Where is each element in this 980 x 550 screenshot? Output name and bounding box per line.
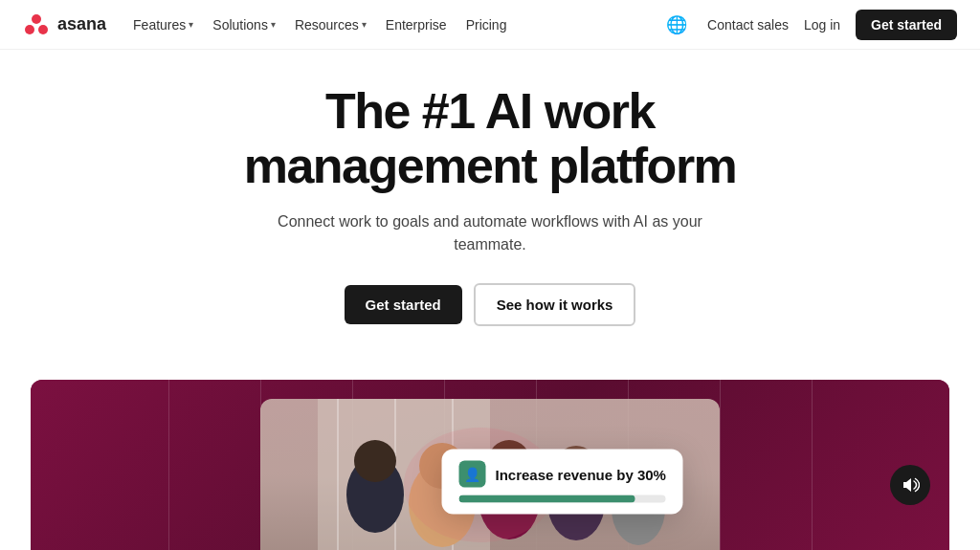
card-title: Increase revenue by 30% [496, 466, 666, 482]
hero-buttons: Get started See how it works [345, 283, 636, 326]
svg-rect-5 [337, 399, 339, 550]
get-started-nav-button[interactable]: Get started [856, 10, 957, 40]
card-progress-bar [459, 495, 666, 503]
sound-toggle-button[interactable] [890, 465, 930, 505]
nav-left: asana Features ▾ Solutions ▾ Resources ▾… [23, 11, 506, 38]
asana-logo-icon [23, 11, 50, 38]
card-progress-fill [459, 495, 635, 503]
chevron-down-icon: ▾ [189, 19, 193, 30]
svg-point-2 [38, 25, 48, 34]
sound-icon [901, 475, 920, 495]
navigation: asana Features ▾ Solutions ▾ Resources ▾… [0, 0, 980, 50]
nav-enterprise[interactable]: Enterprise [386, 17, 447, 33]
svg-point-1 [25, 25, 34, 34]
hero-section: The #1 AI work management platform Conne… [0, 50, 980, 380]
nav-right: 🌐 Contact sales Log in Get started [661, 10, 957, 40]
logo[interactable]: asana [23, 11, 106, 38]
see-how-it-works-button[interactable]: See how it works [474, 283, 636, 326]
card-icon: 👤 [459, 461, 486, 488]
video-section: 👤 Increase revenue by 30% [31, 380, 949, 550]
get-started-hero-button[interactable]: Get started [345, 285, 462, 324]
language-selector[interactable]: 🌐 [661, 10, 692, 40]
nav-links: Features ▾ Solutions ▾ Resources ▾ Enter… [133, 17, 506, 33]
chevron-down-icon: ▾ [362, 19, 367, 30]
card-header: 👤 Increase revenue by 30% [459, 461, 666, 488]
svg-point-0 [32, 14, 41, 24]
login-link[interactable]: Log in [804, 17, 840, 33]
svg-point-9 [354, 440, 396, 482]
nav-pricing[interactable]: Pricing [466, 17, 507, 33]
logo-text: asana [57, 14, 106, 34]
nav-solutions[interactable]: Solutions ▾ [212, 17, 276, 33]
hero-title: The #1 AI work management platform [244, 84, 737, 193]
nav-resources[interactable]: Resources ▾ [295, 17, 367, 33]
chevron-down-icon: ▾ [271, 19, 276, 30]
hero-subtitle: Connect work to goals and automate workf… [260, 210, 720, 256]
contact-sales-link[interactable]: Contact sales [707, 17, 789, 33]
goal-card: 👤 Increase revenue by 30% [442, 450, 683, 515]
nav-features[interactable]: Features ▾ [133, 17, 193, 33]
